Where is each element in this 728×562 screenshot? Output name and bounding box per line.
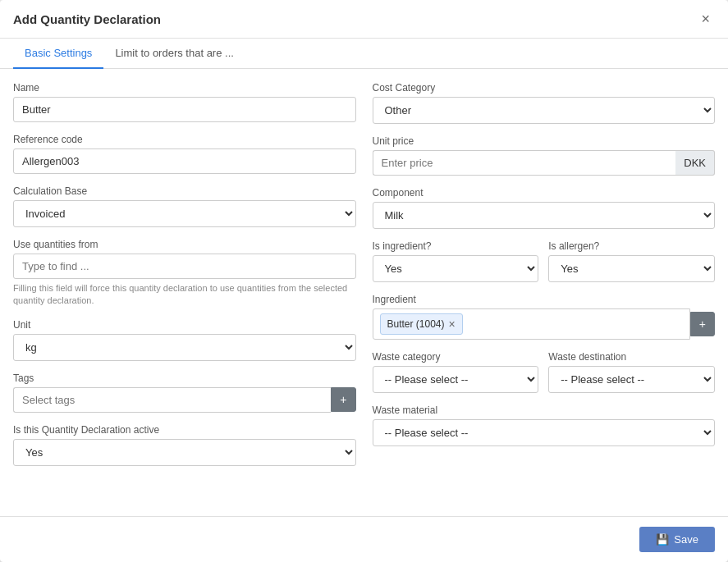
ingredient-chip-remove[interactable]: × — [449, 318, 456, 330]
unit-price-input-group: DKK — [373, 150, 716, 176]
calculation-base-label: Calculation Base — [13, 185, 356, 197]
modal-title: Add Quantity Declaration — [13, 12, 161, 26]
use-quantities-from-input[interactable] — [13, 254, 356, 279]
waste-destination-select[interactable]: -- Please select -- — [548, 366, 715, 393]
use-quantities-from-group: Use quantities from Filling this field w… — [13, 239, 356, 308]
cost-category-select[interactable]: Other — [373, 97, 716, 124]
unit-price-group: Unit price DKK — [373, 135, 716, 176]
waste-category-select[interactable]: -- Please select -- — [373, 366, 539, 393]
waste-material-group: Waste material -- Please select -- — [373, 404, 716, 446]
waste-category-label: Waste category — [373, 351, 539, 363]
currency-badge: DKK — [675, 150, 715, 176]
left-column: Name Reference code Calculation Base Inv… — [13, 82, 356, 477]
waste-destination-group: Waste destination -- Please select -- — [548, 351, 715, 393]
name-input[interactable] — [13, 97, 356, 122]
save-button[interactable]: 💾 Save — [639, 527, 715, 552]
is-active-group: Is this Quantity Declaration active Yes … — [13, 424, 356, 466]
waste-category-group: Waste category -- Please select -- — [373, 351, 539, 393]
cost-category-label: Cost Category — [373, 82, 716, 94]
reference-code-input[interactable] — [13, 148, 356, 174]
modal-header: Add Quantity Declaration × — [0, 0, 728, 39]
waste-destination-label: Waste destination — [548, 351, 715, 363]
modal-body: Name Reference code Calculation Base Inv… — [0, 69, 728, 516]
tags-input[interactable] — [13, 387, 331, 413]
unit-price-label: Unit price — [373, 135, 716, 147]
ingredient-chip-label: Butter (1004) — [387, 318, 445, 330]
tab-basic-settings[interactable]: Basic Settings — [13, 39, 103, 69]
cost-category-group: Cost Category Other — [373, 82, 716, 124]
unit-price-input[interactable] — [373, 150, 676, 176]
waste-material-select[interactable]: -- Please select -- — [373, 419, 716, 446]
tags-label: Tags — [13, 372, 356, 384]
right-column: Cost Category Other Unit price DKK Compo… — [373, 82, 716, 477]
is-ingredient-group: Is ingredient? Yes No — [373, 240, 539, 282]
use-quantities-help-text: Filling this field will force this quant… — [13, 282, 356, 308]
is-allergen-group: Is allergen? Yes No — [548, 240, 715, 282]
component-select[interactable]: Milk Other — [373, 202, 716, 229]
ingredient-label: Ingredient — [373, 294, 716, 305]
unit-select[interactable]: kg g l ml pcs — [13, 334, 356, 361]
tab-limit-to-orders[interactable]: Limit to orders that are ... — [103, 39, 245, 69]
is-active-select[interactable]: Yes No — [13, 439, 356, 466]
tab-bar: Basic Settings Limit to orders that are … — [0, 39, 728, 69]
use-quantities-from-label: Use quantities from — [13, 239, 356, 250]
name-group: Name — [13, 82, 356, 122]
modal-footer: 💾 Save — [0, 516, 728, 562]
unit-group: Unit kg g l ml pcs — [13, 319, 356, 361]
component-label: Component — [373, 187, 716, 199]
is-ingredient-label: Is ingredient? — [373, 240, 539, 252]
tags-add-button[interactable]: + — [331, 387, 355, 412]
waste-material-label: Waste material — [373, 404, 716, 416]
ingredient-allergen-group: Is ingredient? Yes No Is allergen? Yes N… — [373, 240, 716, 282]
is-allergen-label: Is allergen? — [548, 240, 715, 252]
form-grid: Name Reference code Calculation Base Inv… — [13, 82, 715, 477]
ingredient-group: Ingredient Butter (1004) × + — [373, 294, 716, 340]
is-ingredient-select[interactable]: Yes No — [373, 255, 539, 282]
ingredient-chip: Butter (1004) × — [380, 313, 463, 335]
name-label: Name — [13, 82, 356, 94]
ingredient-input-group: Butter (1004) × + — [373, 308, 716, 340]
close-button[interactable]: × — [696, 10, 715, 28]
save-icon: 💾 — [656, 533, 669, 546]
tags-group: Tags + — [13, 372, 356, 413]
component-group: Component Milk Other — [373, 187, 716, 229]
save-label: Save — [674, 533, 698, 546]
unit-label: Unit — [13, 319, 356, 331]
tags-input-group: + — [13, 387, 356, 413]
modal: Add Quantity Declaration × Basic Setting… — [0, 0, 728, 562]
waste-cat-dest-group: Waste category -- Please select -- Waste… — [373, 351, 716, 393]
is-active-label: Is this Quantity Declaration active — [13, 424, 356, 436]
is-allergen-select[interactable]: Yes No — [548, 255, 715, 282]
reference-code-label: Reference code — [13, 134, 356, 145]
ingredient-chip-container: Butter (1004) × — [373, 308, 690, 340]
reference-code-group: Reference code — [13, 134, 356, 174]
calculation-base-group: Calculation Base Invoiced Ordered Delive… — [13, 185, 356, 227]
calculation-base-select[interactable]: Invoiced Ordered Delivered — [13, 200, 356, 227]
ingredient-add-button[interactable]: + — [690, 312, 715, 336]
